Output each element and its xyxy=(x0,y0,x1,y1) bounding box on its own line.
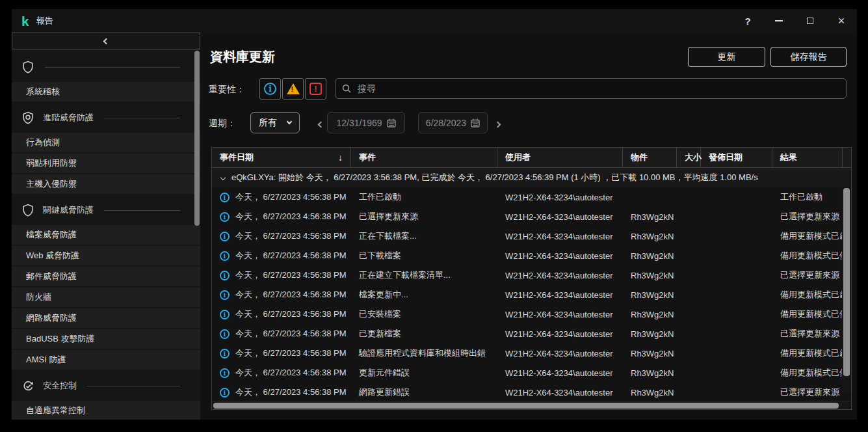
info-icon: i xyxy=(220,232,230,241)
date-from-value: 12/31/1969 xyxy=(336,118,382,128)
sidebar-section-label: 進階威脅防護 xyxy=(43,112,94,124)
table-row[interactable]: i 今天， 6/27/2023 4:56:38 PM 已選擇更新來源 W21H2… xyxy=(212,207,851,226)
table-row[interactable]: i 今天， 6/27/2023 4:56:38 PM 網路更新錯誤 W21H2-… xyxy=(212,383,851,401)
cell-object: Rh3Wg2kN xyxy=(623,349,677,358)
chevron-left-icon xyxy=(103,38,109,44)
cell-event: 已選擇更新來源 xyxy=(351,211,497,223)
sidebar-item[interactable]: AMSI 防護 xyxy=(12,350,200,370)
column-header-event-date[interactable]: 事件日期 ↓ xyxy=(212,148,351,167)
cell-object: Rh3Wg2kN xyxy=(623,388,677,398)
shield-icon xyxy=(21,61,34,74)
table-row[interactable]: i 今天， 6/27/2023 4:56:38 PM 更新元件錯誤 W21H2-… xyxy=(212,363,851,383)
horizontal-scrollbar-thumb[interactable] xyxy=(213,403,839,409)
info-icon: i xyxy=(220,388,230,398)
window-title: 報告 xyxy=(36,15,53,27)
sidebar: 系統稽核 進階威脅防護 行為偵測 弱點利用防禦 主機入侵防禦 關鍵威脅防護 檔案… xyxy=(12,33,200,420)
period-dropdown[interactable]: 所有 xyxy=(250,112,300,133)
cell-event-date: 今天， 6/27/2023 4:56:38 PM xyxy=(235,211,347,223)
sidebar-item[interactable]: 行為偵測 xyxy=(12,133,200,152)
severity-filter-group: i ! xyxy=(259,78,326,100)
sidebar-item[interactable]: 系統稽核 xyxy=(12,82,200,101)
column-header-result[interactable]: 結果 xyxy=(772,148,843,167)
cell-result: 備用更新模式已停用 xyxy=(772,250,843,262)
date-from-field[interactable]: 12/31/1969 xyxy=(327,112,405,133)
cell-result: 已選擇更新來源 xyxy=(772,386,843,398)
table-row[interactable]: i 今天， 6/27/2023 4:56:38 PM 工作已啟動 W21H2-X… xyxy=(212,187,851,207)
column-header-user[interactable]: 使用者 xyxy=(497,148,623,167)
column-header-size[interactable]: 大小 xyxy=(677,148,701,167)
date-to-field[interactable]: 6/28/2023 xyxy=(418,112,488,133)
cell-event: 更新元件錯誤 xyxy=(351,367,497,379)
sidebar-item-label: 網路威脅防護 xyxy=(26,312,77,324)
cell-event-date: 今天， 6/27/2023 4:56:38 PM xyxy=(235,367,347,379)
table-rows: i 今天， 6/27/2023 4:56:38 PM 工作已啟動 W21H2-X… xyxy=(212,187,851,401)
cell-object: Rh3Wg2kN xyxy=(623,212,677,222)
sidebar-item[interactable]: 郵件威脅防護 xyxy=(12,267,200,286)
info-icon: i xyxy=(220,368,230,378)
column-header-release-date[interactable]: 發佈日期 xyxy=(701,148,772,167)
table-row[interactable]: i 今天， 6/27/2023 4:56:38 PM 檔案更新中... W21H… xyxy=(212,285,851,304)
table-row[interactable]: i 今天， 6/27/2023 4:56:38 PM 已下載檔案 W21H2-X… xyxy=(212,246,851,265)
group-row[interactable]: eQkGLXYa: 開始於 今天， 6/27/2023 3:56:38 PM, … xyxy=(212,168,851,187)
info-icon: i xyxy=(220,271,230,280)
sidebar-list: 系統稽核 進階威脅防護 行為偵測 弱點利用防禦 主機入侵防禦 關鍵威脅防護 檔案… xyxy=(12,49,200,420)
kaspersky-logo-icon: k xyxy=(21,14,29,28)
cell-user: W21H2-X64-3234\autotester xyxy=(497,368,623,378)
sidebar-scrollbar-thumb[interactable] xyxy=(194,51,200,226)
close-icon: × xyxy=(838,15,845,27)
calendar-icon xyxy=(387,118,396,128)
table-row[interactable]: i 今天， 6/27/2023 4:56:38 PM 正在下載檔案... W21… xyxy=(212,226,851,246)
table-row[interactable]: i 今天， 6/27/2023 4:56:38 PM 正在建立下載檔案清單...… xyxy=(212,265,851,285)
table-row[interactable]: i 今天， 6/27/2023 4:56:38 PM 已更新檔案 W21H2-X… xyxy=(212,324,851,344)
severity-info-button[interactable]: i xyxy=(259,78,281,100)
sidebar-item[interactable]: Web 威脅防護 xyxy=(12,246,200,265)
sidebar-item[interactable]: 弱點利用防禦 xyxy=(12,154,200,173)
cell-user: W21H2-X64-3234\autotester xyxy=(497,193,623,202)
sidebar-section-header xyxy=(12,52,200,82)
info-icon: i xyxy=(220,290,230,300)
cell-result: 備用更新模式已啟用 xyxy=(772,289,843,301)
table-row[interactable]: i 今天， 6/27/2023 4:56:38 PM 已安裝檔案 W21H2-X… xyxy=(212,304,851,324)
search-input[interactable] xyxy=(356,83,839,94)
chevron-down-icon xyxy=(287,119,292,124)
column-header-filler xyxy=(843,148,858,167)
save-report-button[interactable]: 儲存報告 xyxy=(770,47,847,67)
severity-warning-button[interactable] xyxy=(282,78,304,100)
period-dropdown-value: 所有 xyxy=(259,117,287,129)
sidebar-item[interactable]: 網路威脅防護 xyxy=(12,308,200,328)
sidebar-item[interactable]: 自適應異常控制 xyxy=(12,401,200,420)
sidebar-item-label: 郵件威脅防護 xyxy=(26,271,77,282)
info-icon: i xyxy=(264,83,276,95)
cell-event-date: 今天， 6/27/2023 4:56:38 PM xyxy=(235,289,347,301)
vertical-scrollbar-thumb[interactable] xyxy=(843,188,850,376)
sidebar-item[interactable]: 防火牆 xyxy=(12,288,200,307)
cell-event-date: 今天， 6/27/2023 4:56:38 PM xyxy=(235,269,347,281)
column-header-event[interactable]: 事件 xyxy=(351,148,497,167)
sidebar-item[interactable]: 主機入侵防禦 xyxy=(12,174,200,194)
cell-event-date: 今天， 6/27/2023 4:56:38 PM xyxy=(235,328,347,340)
close-button[interactable]: × xyxy=(826,9,857,33)
cell-event-date: 今天， 6/27/2023 4:56:38 PM xyxy=(235,386,347,398)
sidebar-collapse-button[interactable] xyxy=(12,33,200,49)
info-icon: i xyxy=(220,212,230,222)
update-button[interactable]: 更新 xyxy=(688,47,765,67)
minimize-button[interactable] xyxy=(763,9,795,33)
cell-event: 網路更新錯誤 xyxy=(351,386,497,398)
cell-object: Rh3Wg2kN xyxy=(623,271,677,280)
table-row[interactable]: i 今天， 6/27/2023 4:56:38 PM 驗證應用程式資料庫和模組時… xyxy=(212,344,851,363)
cell-object: Rh3Wg2kN xyxy=(623,251,677,261)
cell-event: 正在下載檔案... xyxy=(351,230,497,242)
app-window: k 報告 ? × 系統稽核 進階威脅防護 行為偵測 弱點利用防禦 主機入侵防禦 xyxy=(12,9,857,420)
period-next-button[interactable] xyxy=(495,118,500,129)
cell-result: 備用更新模式已停用 xyxy=(772,367,843,379)
sidebar-item[interactable]: BadUSB 攻擊防護 xyxy=(12,329,200,349)
column-header-object[interactable]: 物件 xyxy=(623,148,677,167)
critical-icon: ! xyxy=(309,83,322,95)
help-button[interactable]: ? xyxy=(732,9,763,33)
section-divider xyxy=(104,118,180,118)
sidebar-item[interactable]: 檔案威脅防護 xyxy=(12,225,200,245)
help-icon: ? xyxy=(744,16,750,27)
severity-critical-button[interactable]: ! xyxy=(305,78,326,100)
period-prev-button[interactable] xyxy=(319,118,323,129)
maximize-button[interactable] xyxy=(795,9,826,33)
